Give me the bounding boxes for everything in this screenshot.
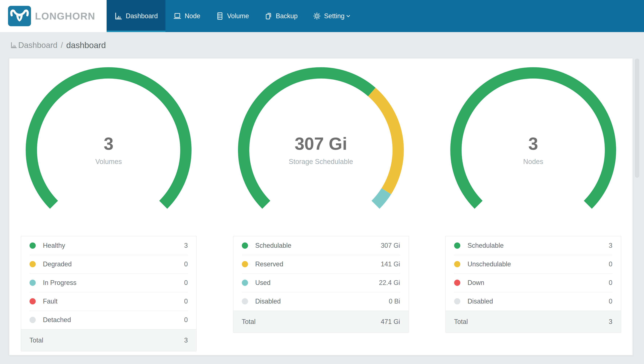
total-value: 471 Gi: [381, 318, 400, 326]
legend-total-row: Total 471 Gi: [234, 310, 408, 332]
legend-row: Disabled0: [446, 292, 621, 310]
nav-label: Dashboard: [126, 12, 158, 20]
legend-row: Disabled0 Bi: [234, 292, 408, 310]
gauge-segment-healthy: [31, 73, 186, 205]
legend-label: Unschedulable: [468, 260, 511, 268]
nav-item-setting[interactable]: Setting: [305, 0, 359, 32]
total-value: 3: [609, 318, 612, 326]
legend-label: Reserved: [255, 260, 283, 268]
legend-dot-icon: [242, 261, 248, 267]
legend-label: Down: [468, 279, 484, 286]
legend-dot-icon: [454, 261, 460, 267]
nodes-panel: 3 Nodes Schedulable3Unschedulable0Down0D…: [434, 58, 632, 355]
legend-dot-icon: [242, 242, 248, 249]
legend-row: Used22.4 Gi: [234, 274, 408, 292]
breadcrumb-section[interactable]: Dashboard: [18, 41, 58, 50]
nodes-gauge: 3 Nodes: [446, 63, 621, 218]
gear-icon: [313, 12, 321, 20]
nav-label: Setting: [324, 12, 344, 20]
legend-row: Degraded0: [21, 255, 196, 274]
laptop-icon: [173, 12, 182, 20]
breadcrumb-separator: /: [61, 41, 63, 50]
nav-item-backup[interactable]: Backup: [256, 0, 305, 32]
legend-dot-icon: [30, 242, 36, 249]
server-stack-icon: [216, 12, 224, 20]
legend-dot-icon: [30, 280, 36, 286]
nav-item-dashboard[interactable]: Dashboard: [106, 0, 166, 32]
storage-gauge-chart: [234, 63, 408, 218]
legend-row: In Progress0: [21, 274, 196, 292]
legend-value: 22.4 Gi: [379, 279, 400, 286]
legend-value: 0: [609, 260, 612, 268]
nav-label: Backup: [276, 12, 298, 20]
breadcrumb: Dashboard / dashboard: [0, 32, 644, 58]
brand-name: LONGHORN: [35, 10, 95, 22]
legend-value: 0: [184, 316, 188, 324]
nav-item-volume[interactable]: Volume: [208, 0, 256, 32]
storage-legend-table: Schedulable307 GiReserved141 GiUsed22.4 …: [233, 236, 409, 333]
legend-dot-icon: [242, 280, 248, 286]
legend-value: 0: [184, 279, 188, 286]
legend-label: In Progress: [43, 279, 76, 286]
storage-panel: 307 Gi Storage Schedulable Schedulable30…: [222, 58, 420, 355]
vertical-scrollbar-thumb[interactable]: [635, 59, 639, 178]
bar-chart-icon: [10, 42, 18, 49]
legend-row: Detached0: [21, 310, 196, 329]
legend-row: Reserved141 Gi: [234, 255, 408, 274]
dashboard-card: 3 Volumes Healthy3Degraded0In Progress0F…: [9, 58, 633, 355]
legend-dot-icon: [30, 317, 36, 323]
legend-label: Schedulable: [255, 242, 292, 250]
volumes-gauge: 3 Volumes: [21, 63, 196, 218]
gauge-segment-schedulable: [244, 73, 372, 205]
legend-value: 0: [184, 260, 188, 268]
legend-value: 3: [609, 242, 612, 250]
legend-value: 0: [184, 298, 188, 305]
volumes-legend-table: Healthy3Degraded0In Progress0Fault0Detac…: [21, 236, 197, 352]
total-value: 3: [184, 336, 188, 344]
legend-row: Schedulable307 Gi: [234, 236, 408, 255]
legend-dot-icon: [454, 298, 460, 304]
legend-dot-icon: [454, 242, 460, 249]
legend-total-row: Total 3: [21, 329, 196, 351]
legend-value: 0 Bi: [389, 298, 400, 305]
total-label: Total: [242, 318, 256, 326]
chevron-down-icon: [346, 13, 351, 19]
gauge-segment-used: [376, 191, 386, 205]
legend-row: Down0: [446, 274, 621, 292]
legend-label: Schedulable: [468, 242, 504, 250]
volumes-gauge-chart: [21, 63, 196, 218]
longhorn-logo-icon: [8, 6, 31, 26]
legend-value: 141 Gi: [381, 260, 400, 268]
legend-dot-icon: [454, 280, 460, 286]
storage-gauge: 307 Gi Storage Schedulable: [234, 63, 408, 218]
nodes-gauge-chart: [446, 63, 621, 218]
legend-dot-icon: [242, 298, 248, 304]
legend-value: 0: [609, 279, 612, 286]
bar-chart-icon: [114, 12, 123, 20]
legend-dot-icon: [30, 261, 36, 267]
legend-value: 3: [184, 242, 188, 250]
legend-row: Fault0: [21, 292, 196, 310]
legend-dot-icon: [30, 298, 36, 304]
gauge-segment-reserved: [372, 92, 398, 191]
legend-label: Used: [255, 279, 270, 286]
volumes-panel: 3 Volumes Healthy3Degraded0In Progress0F…: [9, 58, 208, 355]
copy-icon: [264, 12, 272, 20]
breadcrumb-current-page: dashboard: [66, 40, 106, 50]
legend-row: Schedulable3: [446, 236, 621, 255]
legend-row: Unschedulable0: [446, 255, 621, 274]
gauge-segment-schedulable: [456, 73, 610, 205]
legend-row: Healthy3: [21, 236, 196, 255]
legend-label: Disabled: [468, 298, 493, 305]
legend-value: 0: [609, 298, 612, 305]
logo[interactable]: LONGHORN: [0, 0, 106, 32]
nodes-legend-table: Schedulable3Unschedulable0Down0Disabled0…: [445, 236, 621, 333]
legend-label: Healthy: [43, 242, 65, 250]
legend-value: 307 Gi: [381, 242, 400, 250]
total-label: Total: [30, 336, 43, 344]
total-label: Total: [454, 318, 468, 326]
nav-label: Volume: [227, 12, 249, 20]
nav-item-node[interactable]: Node: [166, 0, 208, 32]
longhorn-dashboard-page: { "brand": { "name": "LONGHORN" }, "nav"…: [0, 0, 644, 364]
app-header: LONGHORN Dashboard Node: [0, 0, 644, 32]
